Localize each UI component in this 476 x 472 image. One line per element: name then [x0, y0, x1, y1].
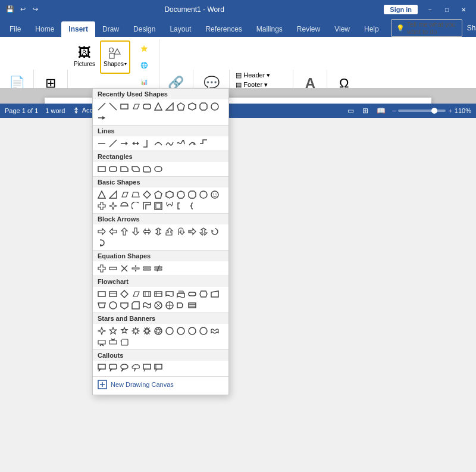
header-button[interactable]: ▤ Header ▾ [233, 71, 289, 80]
basic-trapezoid[interactable] [130, 189, 141, 200]
shape-circle[interactable] [209, 101, 220, 112]
star-6pt[interactable] [119, 326, 130, 336]
line-elbow[interactable] [142, 138, 152, 149]
flow-terminator[interactable] [187, 289, 198, 299]
flow-off-page[interactable] [119, 300, 130, 311]
callout-cloud[interactable] [130, 362, 141, 373]
shape-triangle[interactable] [153, 101, 164, 112]
tab-help[interactable]: Help [357, 21, 386, 37]
new-drawing-canvas-button[interactable]: New Drawing Canvas [93, 376, 228, 392]
tab-home[interactable]: Home [28, 21, 61, 37]
smartart-button[interactable]: 📊 [133, 74, 155, 89]
icons-button[interactable]: ⭐ [133, 40, 155, 56]
flow-decision[interactable] [119, 289, 130, 299]
arrow-uturn[interactable] [176, 226, 186, 237]
basic-pentagon[interactable] [153, 189, 164, 200]
star-5pt[interactable] [108, 326, 118, 336]
line-straight[interactable] [96, 138, 107, 149]
basic-frame[interactable] [153, 201, 164, 211]
basic-crescent[interactable] [164, 201, 175, 211]
star-4pt[interactable] [96, 326, 107, 336]
shapes-button[interactable]: Shapes ▾ [100, 40, 130, 74]
basic-diamond[interactable] [142, 189, 152, 200]
shape-octagon[interactable] [198, 101, 209, 112]
rect-basic[interactable] [96, 164, 107, 174]
print-layout-btn[interactable]: ▭ [346, 107, 356, 115]
tab-layout[interactable]: Layout [162, 21, 198, 37]
star-32pt[interactable] [198, 326, 209, 336]
web-layout-btn[interactable]: ⊞ [361, 107, 370, 115]
line-diagonal[interactable] [108, 138, 118, 149]
flow-manual-input[interactable] [209, 289, 220, 299]
line-freeform[interactable] [164, 138, 175, 149]
banner-wave[interactable] [209, 326, 220, 336]
arrow-quad[interactable] [198, 226, 209, 237]
tab-view[interactable]: View [327, 21, 357, 37]
arrow-left-block[interactable] [108, 226, 118, 237]
maximize-button[interactable]: □ [439, 2, 455, 17]
shape-pentagon[interactable] [176, 101, 186, 112]
line-arrow[interactable] [119, 138, 130, 149]
line-double-arrow[interactable] [130, 138, 141, 149]
shape-parallelogram[interactable] [130, 101, 141, 112]
flow-alternate[interactable] [108, 289, 118, 299]
star-8pt[interactable] [142, 326, 152, 336]
line-scribble[interactable] [176, 138, 186, 149]
eq-plus[interactable] [96, 263, 107, 274]
banner-scroll[interactable] [119, 337, 130, 348]
3d-button[interactable]: 🌐 [133, 57, 155, 73]
basic-smiley[interactable] [209, 189, 220, 200]
signin-button[interactable]: Sign in [384, 5, 418, 14]
eq-minus[interactable] [108, 263, 118, 274]
star-7pt[interactable] [130, 326, 141, 336]
pictures-button[interactable]: 🖼 Pictures [71, 40, 98, 74]
flow-multidocument[interactable] [176, 289, 186, 299]
flow-sequential[interactable] [187, 300, 198, 311]
shape-arrow-right[interactable] [96, 112, 107, 123]
tab-review[interactable]: Review [290, 21, 327, 37]
arrow-curved-right[interactable] [96, 237, 107, 248]
flow-card[interactable] [130, 300, 141, 311]
tab-insert[interactable]: Insert [61, 21, 95, 37]
line-curved-arrow[interactable] [187, 138, 198, 149]
arrow-ud-block[interactable] [153, 226, 164, 237]
shape-line[interactable] [96, 101, 107, 112]
arrow-striped[interactable] [187, 226, 198, 237]
basic-half-frame[interactable] [142, 201, 152, 211]
basic-circle[interactable] [198, 189, 209, 200]
basic-parallelogram[interactable] [119, 189, 130, 200]
flow-process[interactable] [96, 289, 107, 299]
arrow-down-block[interactable] [130, 226, 141, 237]
arrow-lr-block[interactable] [142, 226, 152, 237]
read-mode-btn[interactable]: 📖 [375, 107, 387, 115]
tab-references[interactable]: References [198, 21, 249, 37]
shape-hexagon[interactable] [187, 101, 198, 112]
callout-rect[interactable] [96, 362, 107, 373]
minimize-button[interactable]: − [422, 2, 438, 17]
zoom-slider[interactable] [398, 110, 446, 112]
rect-rounded[interactable] [108, 164, 118, 174]
tab-draw[interactable]: Draw [95, 21, 126, 37]
star-24pt[interactable] [187, 326, 198, 336]
window-controls[interactable]: − □ ✕ [422, 2, 471, 17]
arrow-up-block[interactable] [119, 226, 130, 237]
flow-delay[interactable] [176, 300, 186, 311]
star-16pt[interactable] [176, 326, 186, 336]
undo-icon[interactable]: ↩ [17, 4, 28, 14]
basic-arc[interactable] [130, 201, 141, 211]
zoom-out-btn[interactable]: − [392, 107, 396, 114]
star-12pt[interactable] [164, 326, 175, 336]
flow-preparation[interactable] [198, 289, 209, 299]
star-10pt[interactable] [153, 326, 164, 336]
rect-round-snip[interactable] [142, 164, 152, 174]
shape-rounded-rect[interactable] [142, 101, 152, 112]
tab-design[interactable]: Design [126, 21, 162, 37]
tell-me-input[interactable]: 💡 Tell me what you want to do [391, 19, 462, 37]
eq-equals[interactable] [142, 263, 152, 274]
flow-or[interactable] [164, 300, 175, 311]
line-connector[interactable] [198, 138, 209, 149]
callout-oval[interactable] [119, 362, 130, 373]
tab-mailings[interactable]: Mailings [249, 21, 290, 37]
basic-octagon[interactable] [187, 189, 198, 200]
flow-document[interactable] [164, 289, 175, 299]
